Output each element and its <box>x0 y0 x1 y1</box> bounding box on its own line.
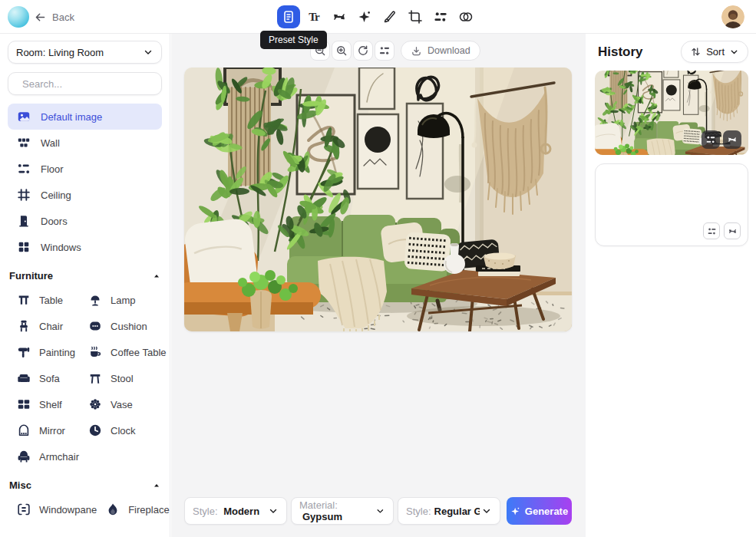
cushion-icon <box>88 319 102 333</box>
sidebar-item-windows[interactable]: Windows <box>8 234 162 260</box>
style-dropdown[interactable]: Style: Modern <box>184 497 287 525</box>
generation-bar: Style: Modern Material: Gypsum Style: Re… <box>184 497 572 525</box>
misc-item-windowpane[interactable]: Windowpane <box>8 496 97 522</box>
furniture-item-label: Shelf <box>39 399 62 410</box>
compare-button[interactable] <box>375 41 395 61</box>
furniture-item-label: Armchair <box>39 451 79 463</box>
chevron-down-icon <box>729 47 739 57</box>
sidebar-item-default-image[interactable]: Default image <box>8 104 162 130</box>
furniture-item-label: Chair <box>39 321 63 332</box>
dropdown-value: Gypsum <box>302 511 342 522</box>
enhance-button[interactable] <box>353 5 376 28</box>
furniture-item-lamp[interactable]: Lamp <box>79 287 167 313</box>
windowpane-icon <box>17 502 31 516</box>
room-selector[interactable]: Room: Living Room <box>8 41 162 64</box>
misc-item-label: Windowpane <box>39 504 97 516</box>
furniture-grid: Table Lamp Chair Cushion Painting Coffee… <box>8 287 162 469</box>
history-item-thumbnail[interactable] <box>595 71 748 155</box>
search-input[interactable] <box>22 78 157 90</box>
zoom-in-icon <box>335 44 348 57</box>
editor-canvas: Download <box>171 34 586 537</box>
paintbrush-button[interactable] <box>378 5 401 28</box>
furniture-section-header[interactable]: Furniture <box>9 270 160 282</box>
furniture-item-armchair[interactable]: Armchair <box>8 443 79 469</box>
misc-section-header[interactable]: Misc <box>9 479 160 491</box>
search-field <box>8 72 162 95</box>
swap-button[interactable] <box>328 5 351 28</box>
flame-icon <box>106 502 120 516</box>
typography-button[interactable]: Tr <box>302 5 325 28</box>
furniture-item-coffee-table[interactable]: Coffee Table <box>79 339 167 365</box>
chevron-down-icon <box>375 506 385 516</box>
generate-button[interactable]: Generate <box>507 497 572 525</box>
misc-item-fireplace[interactable]: Fireplace <box>97 496 169 522</box>
furniture-item-label: Vase <box>111 399 133 410</box>
crop-button[interactable] <box>404 5 427 28</box>
swap-history-button[interactable] <box>723 130 741 149</box>
furniture-item-label: Clock <box>111 425 136 437</box>
image-icon <box>17 110 31 124</box>
history-item-pending[interactable] <box>595 163 748 246</box>
dropdown-label: Style: <box>406 506 431 517</box>
user-avatar[interactable] <box>721 5 744 28</box>
preset-style-button[interactable] <box>277 5 300 28</box>
lamp-icon <box>88 293 102 307</box>
swap-icon <box>332 9 347 25</box>
sidebar-item-floor[interactable]: Floor <box>8 156 162 182</box>
history-title: History <box>598 44 643 60</box>
material-dropdown[interactable]: Material: Gypsum <box>291 497 394 525</box>
swap-history-button[interactable] <box>724 222 741 239</box>
blend-button[interactable] <box>454 5 477 28</box>
back-arrow-icon <box>34 11 47 24</box>
furniture-item-label: Cushion <box>111 321 147 332</box>
furniture-item-sofa[interactable]: Sofa <box>8 365 79 391</box>
furniture-item-label: Painting <box>39 347 75 358</box>
sofa-icon <box>17 371 31 385</box>
table-icon <box>17 293 31 307</box>
furniture-item-clock[interactable]: Clock <box>79 417 167 443</box>
reset-view-button[interactable] <box>353 41 373 61</box>
furniture-item-table[interactable]: Table <box>8 287 79 313</box>
back-button[interactable]: Back <box>34 0 74 34</box>
compare-adjust-icon <box>707 226 717 236</box>
sort-button[interactable]: Sort <box>681 41 748 63</box>
wall-icon <box>17 136 31 150</box>
history-panel: History Sort <box>586 34 756 537</box>
furniture-item-chair[interactable]: Chair <box>8 313 79 339</box>
zoom-in-button[interactable] <box>332 41 352 61</box>
history-pending-actions <box>703 222 741 239</box>
furniture-item-cushion[interactable]: Cushion <box>79 313 167 339</box>
sidebar-item-ceiling[interactable]: Ceiling <box>8 182 162 208</box>
furniture-item-label: Table <box>39 295 63 306</box>
download-button[interactable]: Download <box>401 41 480 61</box>
swap-icon <box>728 226 738 236</box>
sidebar-item-label: Ceiling <box>41 189 71 201</box>
compare-history-button[interactable] <box>703 222 720 239</box>
refresh-icon <box>357 44 369 57</box>
compare-history-button[interactable] <box>702 130 720 149</box>
paintbrush-icon <box>382 9 398 25</box>
preset-style-icon <box>281 9 296 25</box>
windows-icon <box>17 240 31 254</box>
main-image[interactable] <box>184 68 572 331</box>
furniture-item-mirror[interactable]: Mirror <box>8 417 79 443</box>
app-logo-icon[interactable] <box>8 6 29 28</box>
furniture-item-painting[interactable]: Painting <box>8 339 79 365</box>
shelf-icon <box>17 397 31 411</box>
furniture-item-label: Lamp <box>111 295 136 306</box>
sidebar-item-wall[interactable]: Wall <box>8 130 162 156</box>
substyle-dropdown[interactable]: Style: Regular Gyp... <box>398 497 500 525</box>
dropdown-value: Regular Gyp... <box>434 506 480 517</box>
crop-icon <box>408 9 423 25</box>
furniture-item-vase[interactable]: Vase <box>79 391 167 417</box>
floor-icon <box>17 162 31 176</box>
furniture-item-stool[interactable]: Stool <box>79 365 167 391</box>
generate-sparkle-icon <box>510 506 520 516</box>
sidebar-item-label: Doors <box>41 216 68 227</box>
sidebar-item-doors[interactable]: Doors <box>8 208 162 234</box>
adjustments-button[interactable] <box>429 5 452 28</box>
chevron-down-icon <box>481 506 492 516</box>
furniture-item-shelf[interactable]: Shelf <box>8 391 79 417</box>
download-label: Download <box>428 45 470 56</box>
dropdown-label: Style: <box>193 506 218 517</box>
